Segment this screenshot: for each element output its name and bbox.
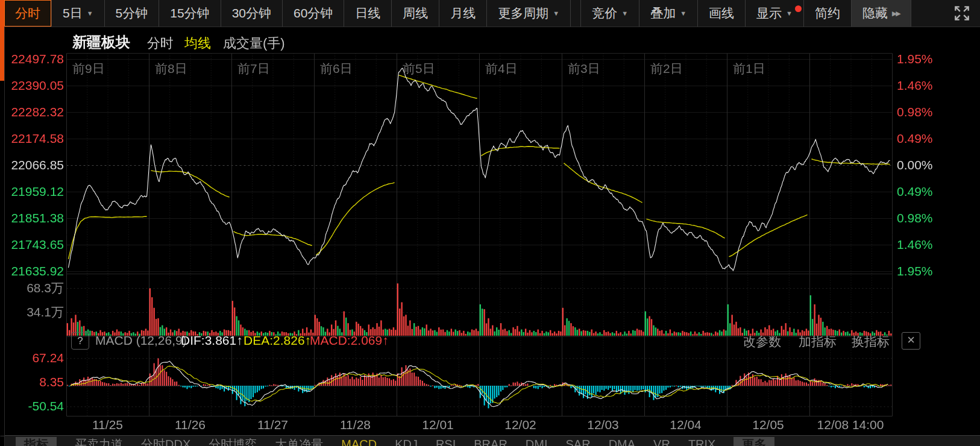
left-accent-strip [0,0,4,81]
toolbar-item-label: 更多周期 [498,5,548,22]
chevron-down-icon: ▼ [786,10,793,17]
bottom-bar-item-2[interactable]: 买卖力道 [75,437,123,446]
toolbar-item-label: 分时 [15,5,40,22]
toolbar-item-label: 竞价 [592,5,617,22]
toolbar-item-label: 简约 [815,5,840,22]
up-arrow-icon: ↑ [382,333,389,347]
chevron-down-icon: ▼ [680,10,686,17]
toolbar-item-label: 15分钟 [170,5,209,22]
toolbar-item-6[interactable]: 60分钟 [283,0,344,27]
toolbar-item-label: 日线 [355,5,380,22]
bottom-bar-item-12[interactable]: DMA [609,437,635,446]
symbol-name: 新疆板块 [72,33,130,52]
bottom-bar-item-7[interactable]: KDJ [395,437,418,446]
macd-dea-value: DEA:2.826↑ [243,333,311,348]
double-arrow-icon: ▶▶ [892,10,900,17]
toolbar-item-label: 30分钟 [232,5,271,22]
add-indicator-button[interactable]: 加指标 [799,333,837,350]
toolbar-item-label: 60分钟 [294,5,333,22]
toolbar-item-8[interactable]: 周线 [392,0,439,27]
legend-period: 分时 [147,34,174,52]
toolbar-item-5[interactable]: 30分钟 [221,0,283,27]
bottom-bar-item-13[interactable]: VR [653,437,670,446]
toolbar-item-label: 周线 [403,5,428,22]
bottom-bar-item-3[interactable]: 分时DDX [141,437,190,446]
chevron-down-icon: ▼ [553,10,559,17]
toolbar-item-label: 5日 [63,5,83,22]
toolbar-item-13[interactable]: 画线 [698,0,746,27]
bottom-bar-item-15[interactable]: 更多 [733,437,774,446]
toolbar-item-16[interactable]: 隐藏▶▶ [852,0,911,27]
toolbar-item-10[interactable]: 更多周期▼ [487,0,571,27]
bottom-indicator-bar: 指标买卖力道分时DDX分时博弈大单净量MACDKDJRSIBRARDMISARD… [5,435,980,446]
legend-volume: 成交量(手) [223,34,285,52]
notification-dot [795,5,802,12]
toolbar-item-7[interactable]: 日线 [344,0,392,27]
macd-dif-value: DIF:3.861↑ [181,333,243,348]
toolbar-item-2[interactable]: 5日▼ [52,0,105,27]
bottom-bar-item-5[interactable]: 大单净量 [275,437,323,446]
toolbar-item-14[interactable]: 显示▼ [746,0,804,27]
switch-indicator-button[interactable]: 换指标 [852,333,890,350]
bottom-bar-item-14[interactable]: TRIX [688,437,716,446]
chart-legend: 新疆板块 分时 均线 成交量(手) [0,33,980,52]
bottom-bar-item-10[interactable]: DMI [526,437,548,446]
up-arrow-icon: ↑ [236,333,243,347]
close-indicator-button[interactable]: ✕ [902,332,920,350]
fullscreen-icon[interactable] [952,4,972,23]
toolbar-item-4[interactable]: 15分钟 [159,0,221,27]
period-toolbar: 分时5日▼5分钟15分钟30分钟60分钟日线周线月线更多周期▼竞价▼叠加▼画线显… [4,0,980,27]
bottom-bar-item-8[interactable]: RSI [436,437,456,446]
bottom-bar-item-1[interactable]: 指标 [16,437,57,446]
bottom-bar-item-11[interactable]: SAR [566,437,591,446]
toolbar-item-label: 月线 [450,5,476,22]
macd-macd-value: MACD:2.069↑ [310,333,389,348]
bottom-bar-item-4[interactable]: 分时博弈 [209,437,257,446]
toolbar-item-11[interactable]: 竞价▼ [580,0,639,27]
bottom-bar-item-6[interactable]: MACD [341,437,377,446]
toolbar-item-9[interactable]: 月线 [439,0,487,27]
bottom-bar-item-9[interactable]: BRAR [474,437,507,446]
change-params-button[interactable]: 改参数 [743,333,781,350]
left-border-line [4,27,5,446]
legend-ma: 均线 [184,34,211,52]
toolbar-item-12[interactable]: 叠加▼ [639,0,698,27]
toolbar-item-label: 5分钟 [116,5,148,22]
chevron-down-icon: ▼ [87,10,93,17]
toolbar-item-label: 叠加 [650,5,676,22]
chart-canvas[interactable] [0,0,980,446]
macd-indicator-name: MACD (12,26,9) [95,333,187,348]
toolbar-item-3[interactable]: 5分钟 [105,0,160,27]
toolbar-item-label: 画线 [709,5,734,22]
chevron-down-icon: ▼ [621,10,628,17]
toolbar-item-label: 隐藏 [862,5,888,22]
macd-help-button[interactable]: ? [71,332,89,350]
toolbar-item-1[interactable]: 分时 [4,0,52,27]
toolbar-item-15[interactable]: 简约 [804,0,852,27]
toolbar-item-label: 显示 [756,5,782,22]
